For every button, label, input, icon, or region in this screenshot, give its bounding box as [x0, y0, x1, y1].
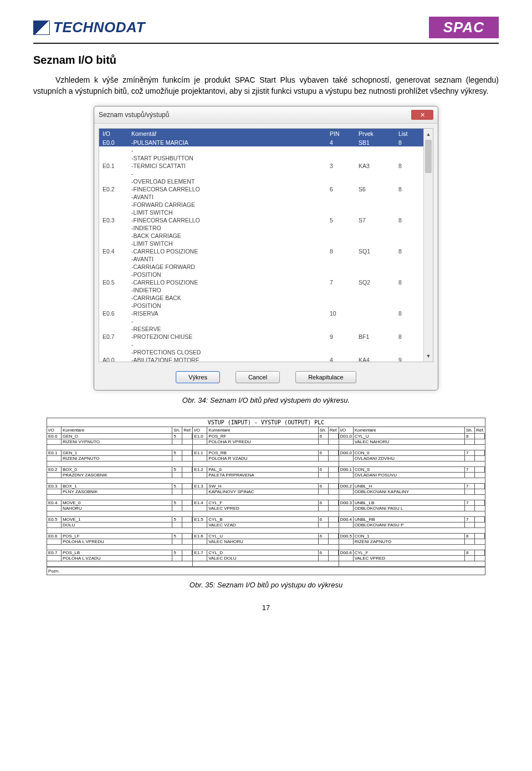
- plc-row: E1.7CYL_D6VALEC DOLU: [193, 550, 338, 561]
- dialog-title: Seznam vstupů/výstupů: [99, 111, 169, 119]
- plc-row: E1.6CYL_U6VALEC NAHORU: [193, 534, 338, 545]
- table-row[interactable]: E0.5-CARRELLO POSIZIONE7SQ28: [99, 278, 424, 286]
- table-row[interactable]: -: [99, 146, 424, 154]
- vykres-button[interactable]: Výkres: [176, 371, 220, 383]
- dialog-body: I/O Komentář PIN Prvek List E0.0-PULSANT…: [99, 128, 433, 362]
- scrollbar[interactable]: ▲ ▼: [423, 129, 433, 362]
- plc-row: E0.0GEN_O5RIZENI VYPNUTO: [47, 434, 192, 445]
- plc-row: E1.5CYL_B6VALEC VZAD: [193, 517, 338, 528]
- table-row[interactable]: -AVANTI: [99, 255, 424, 263]
- scroll-down-icon[interactable]: ▼: [424, 352, 433, 361]
- table-row[interactable]: -START PUSHBUTTON: [99, 154, 424, 162]
- section-paragraph: Vzhledem k výše zmíněným funkcím je prod…: [33, 74, 499, 97]
- caption-2: Obr. 35: Seznam I/O bitů po výstupu do v…: [33, 581, 499, 589]
- plc-row: E0.2BOX_05PRAZDNY ZASOBNIK: [47, 467, 192, 478]
- col-io[interactable]: I/O: [99, 129, 128, 139]
- plc-row: D01.0CYL_U8VALEC NAHORU: [339, 434, 485, 445]
- table-row[interactable]: -PROTECTIONS CLOSED: [99, 348, 424, 356]
- plc-row: E1.1POS_RB6POLOHA R VZADU: [193, 450, 338, 461]
- table-row[interactable]: -CARRIAGE BACK: [99, 294, 424, 302]
- logo-left-text: TECHNODAT: [53, 19, 145, 36]
- table-row[interactable]: -INDIETRO: [99, 286, 424, 294]
- caption-1: Obr. 34: Seznam I/O bitů před výstupem d…: [33, 396, 499, 404]
- io-dialog: Seznam vstupů/výstupů ✕ I/O Komentář PIN…: [94, 106, 438, 390]
- plc-row: D00.2UNBL_H7ODBLOKOVANI KAPALINY: [339, 484, 485, 495]
- logo-left: TECHNODAT: [33, 19, 145, 36]
- cancel-button[interactable]: Cancel: [236, 371, 280, 383]
- plc-row: D00.6CYL_F8VALEC VPRED: [339, 550, 485, 561]
- table-row[interactable]: -: [99, 341, 424, 348]
- table-row[interactable]: -OVERLOAD ELEMENT: [99, 177, 424, 185]
- table-row[interactable]: -LIMIT SWITCH: [99, 209, 424, 216]
- table-row[interactable]: E0.2-FINECORSA CARRELLO6S68: [99, 185, 424, 193]
- table-row[interactable]: -BACK CARRIAGE: [99, 232, 424, 240]
- table-row[interactable]: -POSITION: [99, 302, 424, 310]
- plc-row: E1.2PAL_06PALETA PRIPRAVENA: [193, 467, 338, 478]
- plc-row: E1.0POS_RF6POLOHA R VPREDU: [193, 434, 338, 445]
- logo-right: SPAC: [429, 17, 499, 38]
- plc-row: D00.0CON_07OVLADANI ZDVIHU: [339, 450, 485, 461]
- plc-row: E1.3SW_H6KAPALINOVY SPINAC: [193, 484, 338, 495]
- plc-column: I/OKomentareSh.Ref.D01.0CYL_U8VALEC NAHO…: [339, 427, 485, 567]
- header-rule: [33, 43, 499, 44]
- scroll-up-icon[interactable]: ▲: [424, 130, 433, 139]
- dialog-buttons: Výkres Cancel Rekapitulace: [94, 367, 438, 390]
- plc-row: E0.7POS_LB5POLOHA L VZADU: [47, 550, 192, 561]
- table-row[interactable]: -: [99, 317, 424, 325]
- table-row[interactable]: -FORWARD CARRIAGE: [99, 201, 424, 209]
- plc-row: E0.5MOVE_15DOLU: [47, 517, 192, 528]
- section-title: Seznam I/O bitů: [33, 54, 499, 67]
- scroll-thumb[interactable]: [425, 140, 432, 173]
- page-number: 17: [33, 603, 499, 612]
- page-header: TECHNODAT SPAC: [33, 17, 499, 38]
- plc-title: VSTUP (INPUT) - VYSTUP (OUTPUT) PLC: [47, 418, 485, 427]
- table-row[interactable]: E0.7-PROTEZIONI CHIUSE9BF18: [99, 333, 424, 341]
- plc-column: I/OKomentareSh.Ref.E0.0GEN_O5RIZENI VYPN…: [47, 427, 193, 567]
- table-row[interactable]: -LIMIT SWITCH: [99, 240, 424, 247]
- rekap-button[interactable]: Rekapitulace: [295, 371, 356, 383]
- col-comment[interactable]: Komentář: [128, 129, 326, 139]
- close-icon[interactable]: ✕: [411, 110, 433, 120]
- table-row[interactable]: -RESERVE: [99, 325, 424, 333]
- table-row[interactable]: -INDIETRO: [99, 224, 424, 232]
- plc-row: D00.5CON_18RIZENI ZAPNUTO: [339, 534, 485, 545]
- col-pin[interactable]: PIN: [326, 129, 355, 139]
- col-list[interactable]: List: [395, 129, 424, 139]
- table-row[interactable]: A0.0-ABILITAZIONE MOTORE4KA49: [99, 356, 424, 362]
- logo-icon: [33, 21, 50, 35]
- io-table: I/O Komentář PIN Prvek List E0.0-PULSANT…: [99, 129, 424, 362]
- plc-row: E0.1GEN_15RIZENI ZAPNUTO: [47, 450, 192, 461]
- plc-row: E0.6POS_LF5POLOHA L VPREDU: [47, 534, 192, 545]
- table-row[interactable]: -POSITION: [99, 271, 424, 278]
- logo-right-text: SPAC: [443, 19, 484, 35]
- plc-column: I/OKomentareSh.Ref.E1.0POS_RF6POLOHA R V…: [193, 427, 339, 567]
- plc-row: E0.4MOVE_05NAHORU: [47, 500, 192, 511]
- col-prvek[interactable]: Prvek: [355, 129, 395, 139]
- plc-row: D00.4UNBL_RB7ODBLOKOVANI PASU P: [339, 517, 485, 528]
- plc-row: D00.1CON_S7OVLADANI POSUVU: [339, 467, 485, 478]
- table-row[interactable]: -AVANTI: [99, 193, 424, 201]
- table-row[interactable]: E0.6-RISERVA108: [99, 310, 424, 317]
- dialog-titlebar[interactable]: Seznam vstupů/výstupů ✕: [94, 106, 438, 124]
- table-row[interactable]: E0.4-CARRELLO POSIZIONE8SQ18: [99, 247, 424, 255]
- plc-row: E0.3BOX_15PLNY ZASOBNIK: [47, 484, 192, 495]
- plc-row: D00.3UNBL_LB7ODBLOKOVANI PASU L: [339, 500, 485, 511]
- plc-table: VSTUP (INPUT) - VYSTUP (OUTPUT) PLC I/OK…: [47, 418, 485, 575]
- table-row[interactable]: E0.0-PULSANTE MARCIA4SB18: [99, 139, 424, 146]
- table-row[interactable]: -CARRIAGE FORWARD: [99, 263, 424, 271]
- table-row[interactable]: E0.3-FINECORSA CARRELLO5S78: [99, 216, 424, 224]
- plc-row: E1.4CYL_F6VALEC VPRED: [193, 500, 338, 511]
- plc-footer: Pozn.: [47, 567, 485, 575]
- table-row[interactable]: E0.1-TERMICI SCATTATI3KA38: [99, 162, 424, 170]
- table-row[interactable]: -: [99, 170, 424, 177]
